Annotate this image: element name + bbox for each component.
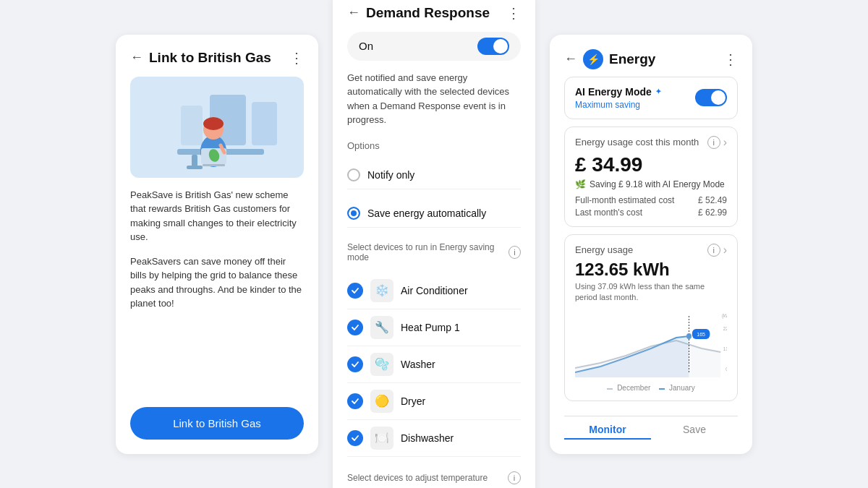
cost-section: Energy usage cost this month i › £ 34.99… <box>564 127 738 227</box>
devices-info-icon[interactable]: i <box>509 246 521 259</box>
svg-point-18 <box>686 333 692 339</box>
heat-pump-label: Heat Pump 1 <box>401 322 460 333</box>
cost-chevron-icon[interactable]: › <box>723 136 727 149</box>
svg-rect-10 <box>203 164 225 166</box>
cost-info-icon[interactable]: i <box>707 136 720 149</box>
ai-mode-toggle[interactable] <box>695 89 727 106</box>
save-energy-option[interactable]: Save energy automatically <box>347 200 521 228</box>
panel1-title: Link to British Gas <box>149 50 271 66</box>
svg-text:0: 0 <box>726 367 727 372</box>
legend-dec-color <box>607 388 613 390</box>
full-month-label: Full-month estimated cost <box>575 195 674 205</box>
radio-notify-only[interactable] <box>347 168 360 181</box>
usage-sub-text: Using 37.09 kWh less than the same perio… <box>575 281 727 304</box>
svg-text:(kWh): (kWh) <box>722 313 727 320</box>
demand-info-text: Get notified and save energy automatical… <box>347 71 521 127</box>
energy-bolt-icon: ⚡ <box>583 49 603 69</box>
tab-save[interactable]: Save <box>651 424 738 440</box>
save-energy-label: Save energy automatically <box>367 207 486 219</box>
dishwasher-icon: 🍽️ <box>370 427 393 450</box>
usage-chevron-icon[interactable]: › <box>723 244 727 257</box>
back-icon[interactable]: ← <box>130 50 143 65</box>
check-ac <box>347 283 363 299</box>
ac-label: Air Conditioner <box>401 285 468 296</box>
panel1-header-left: ← Link to British Gas <box>130 50 271 66</box>
notify-only-label: Notify only <box>367 169 414 181</box>
usage-section: Energy usage i › 123.65 kWh Using 37.09 … <box>564 234 738 402</box>
svg-text:220: 220 <box>723 326 727 331</box>
device-row-ac[interactable]: ❄️ Air Conditioner <box>347 273 521 309</box>
panel1-header: ← Link to British Gas ⋮ <box>130 49 304 67</box>
saving-row: 🌿 Saving £ 9.18 with AI Energy Mode <box>575 179 727 189</box>
panel1-desc1: PeakSave is British Gas' new scheme that… <box>130 188 304 244</box>
usage-info-icon[interactable]: i <box>707 244 720 257</box>
temp-section-label: Select devices to adjust temperature <box>347 473 488 483</box>
full-month-value: £ 52.49 <box>698 195 727 205</box>
temp-label-row: Select devices to adjust temperature i <box>347 471 521 484</box>
device-row-dryer[interactable]: 🟡 Dryer <box>347 383 521 420</box>
panel3-header-left: ← ⚡ Energy <box>564 49 655 69</box>
device-row-dishwasher[interactable]: 🍽️ Dishwasher <box>347 420 521 457</box>
panel-energy: ← ⚡ Energy ⋮ AI Energy Mode ✦ Maximum sa… <box>550 35 752 454</box>
saving-text: Saving £ 9.18 with AI Energy Mode <box>590 179 725 189</box>
more-options-icon[interactable]: ⋮ <box>289 49 304 67</box>
toggle-row: On <box>347 32 521 61</box>
max-saving-label: Maximum saving <box>575 100 661 110</box>
panel2-title: Demand Response <box>366 5 490 21</box>
svg-text:110: 110 <box>723 346 727 351</box>
bottom-tabs: Monitor Save <box>564 416 738 440</box>
on-off-toggle[interactable] <box>477 38 509 55</box>
leaf-icon: 🌿 <box>575 179 586 189</box>
ai-mode-label: AI Energy Mode ✦ <box>575 86 661 98</box>
washer-label: Washer <box>401 359 435 370</box>
tab-monitor[interactable]: Monitor <box>564 424 651 440</box>
panel-demand-response: ← Demand Response ⋮ On Get notified and … <box>333 0 535 488</box>
more-options-icon-3[interactable]: ⋮ <box>723 51 738 68</box>
link-british-gas-button[interactable]: Link to British Gas <box>130 407 304 440</box>
device-row-washer[interactable]: 🫧 Washer <box>347 346 521 383</box>
ai-mode-row: AI Energy Mode ✦ Maximum saving <box>564 77 738 119</box>
temp-info-icon[interactable]: i <box>508 471 521 484</box>
chart-legend: December January <box>575 384 727 392</box>
ai-badge-icon: ✦ <box>655 87 661 95</box>
panel1-desc2: PeakSavers can save money off their bill… <box>130 254 304 311</box>
cost-section-title: Energy usage cost this month i › <box>575 136 727 149</box>
devices-label-row: Select devices to run in Energy saving m… <box>347 242 521 262</box>
svg-rect-1 <box>252 102 277 145</box>
dishwasher-label: Dishwasher <box>401 432 454 444</box>
cost-title-text: Energy usage cost this month <box>575 137 699 147</box>
check-dryer <box>347 393 363 409</box>
cost-amount: £ 34.99 <box>575 153 642 176</box>
dryer-label: Dryer <box>401 395 425 407</box>
usage-title-text: Energy usage <box>575 244 633 255</box>
usage-title-row: Energy usage i › <box>575 244 727 257</box>
full-month-row: Full-month estimated cost £ 52.49 <box>575 195 727 205</box>
ai-mode-left: AI Energy Mode ✦ Maximum saving <box>575 86 661 110</box>
back-icon-3[interactable]: ← <box>564 51 577 67</box>
panel2-header: ← Demand Response ⋮ <box>347 4 521 22</box>
notify-only-option[interactable]: Notify only <box>347 161 521 189</box>
check-dishwasher <box>347 430 363 446</box>
more-options-icon-2[interactable]: ⋮ <box>506 4 521 22</box>
chart-svg: (kWh) 220 110 0 165 <box>575 309 727 381</box>
heat-pump-icon: 🔧 <box>370 316 393 339</box>
svg-text:165: 165 <box>697 331 705 338</box>
svg-rect-2 <box>181 106 203 145</box>
panel3-header: ← ⚡ Energy ⋮ <box>564 49 738 69</box>
device-row-heat-pump[interactable]: 🔧 Heat Pump 1 <box>347 309 521 346</box>
illustration-svg <box>137 80 297 174</box>
panel2-header-left: ← Demand Response <box>347 5 490 21</box>
toggle-label: On <box>359 40 373 52</box>
legend-jan-color <box>659 388 665 390</box>
last-month-value: £ 62.99 <box>698 207 727 218</box>
usage-amount: 123.65 kWh <box>575 260 670 279</box>
legend-december: December <box>607 384 650 392</box>
back-icon-2[interactable]: ← <box>347 5 360 20</box>
svg-rect-5 <box>187 166 203 169</box>
svg-point-8 <box>203 117 224 130</box>
ac-icon: ❄️ <box>370 279 393 302</box>
legend-january: January <box>659 384 694 392</box>
panel-link-british-gas: ← Link to British Gas ⋮ <box>116 35 318 454</box>
radio-save-energy[interactable] <box>347 207 360 220</box>
options-label: Options <box>347 140 521 151</box>
